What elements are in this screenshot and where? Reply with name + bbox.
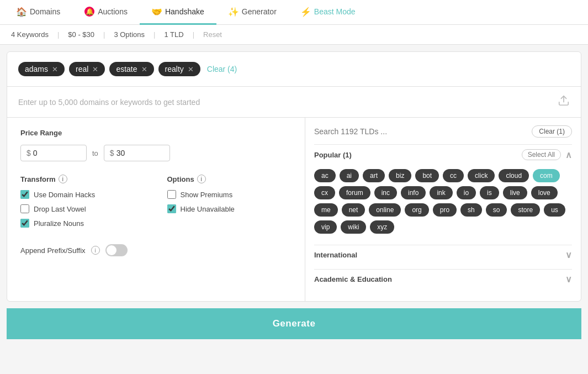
tld-academic-section: Academic & Education ∨ [314,269,572,289]
drop-last-vowel-checkbox[interactable] [20,204,29,213]
tld-chip-cloud[interactable]: cloud [499,169,529,182]
append-info-icon[interactable]: i [91,246,100,255]
toggle-slider [105,244,128,256]
keyword-label-estate: estate [116,65,137,73]
keyword-remove-real[interactable]: ✕ [92,65,98,73]
price-range-row: $ to $ [20,145,292,161]
tld-chip-love[interactable]: love [531,186,558,199]
options-col: Options i Show Premiums Hide Unavailable [167,175,292,233]
show-premiums-row: Show Premiums [167,190,292,199]
tld-chip-online[interactable]: online [369,203,401,217]
tld-chip-ink[interactable]: ink [430,186,452,199]
tab-auctions[interactable]: 🔔 Auctions [72,0,140,25]
currency-min: $ [27,149,31,157]
domain-input-area: Enter up to 5,000 domains or keywords to… [7,87,581,118]
tld-popular-header[interactable]: Popular (1) Select All ∧ [314,144,572,165]
show-premiums-label: Show Premiums [181,191,233,199]
options-info-icon[interactable]: i [197,175,206,183]
tld-chip-net[interactable]: net [342,203,365,217]
tld-chip-click[interactable]: click [468,169,495,182]
filter-tld: 1 TLD [164,30,183,39]
tld-chip-me[interactable]: me [314,203,338,217]
generate-area: Generate [7,308,581,339]
reset-button[interactable]: Reset [203,30,222,39]
hide-unavailable-checkbox[interactable] [167,204,176,213]
tld-chip-us[interactable]: us [544,203,565,217]
tld-search-row: Clear (1) [314,125,572,138]
tld-chip-org[interactable]: org [405,203,428,217]
use-domain-hacks-row: Use Domain Hacks [20,190,145,199]
transform-header: Transform i [20,175,145,183]
tld-chip-art[interactable]: art [363,169,385,182]
keyword-remove-adams[interactable]: ✕ [52,65,58,73]
tab-generator[interactable]: ✨ Generator [216,0,289,25]
tld-international-label: International [314,251,357,259]
tab-domains[interactable]: 🏠 Domains [4,0,72,25]
keyword-remove-estate[interactable]: ✕ [141,65,147,73]
transform-info-icon[interactable]: i [59,175,67,183]
drop-last-vowel-label: Drop Last Vowel [34,205,86,213]
append-label: Append Prefix/Suffix [20,246,86,255]
tld-chip-com[interactable]: com [533,169,560,182]
tld-chip-is[interactable]: is [480,186,499,199]
auctions-icon: 🔔 [84,7,94,17]
keywords-area: adams ✕ real ✕ estate ✕ realty ✕ Clear (… [7,52,581,87]
tld-chip-cx[interactable]: cx [314,186,335,199]
price-min-input[interactable] [33,149,72,157]
tab-beast-label: Beast Mode [314,7,356,16]
popular-actions: Select All ∧ [522,149,572,160]
tld-chip-live[interactable]: live [503,186,527,199]
pluralize-nouns-checkbox[interactable] [20,219,29,228]
show-premiums-checkbox[interactable] [167,190,176,199]
tld-chip-sh[interactable]: sh [460,203,482,217]
tld-chip-bot[interactable]: bot [415,169,439,182]
tld-chip-store[interactable]: store [511,203,540,217]
tld-chip-biz[interactable]: biz [389,169,411,182]
pluralize-nouns-row: Pluralize Nouns [20,219,145,228]
tld-chip-wiki[interactable]: wiki [341,220,366,234]
currency-max: $ [110,149,114,157]
filter-bar: 4 Keywords | $0 - $30 | 3 Options | 1 TL… [0,25,588,45]
tld-chip-vip[interactable]: vip [314,220,337,234]
tld-chip-io[interactable]: io [457,186,476,199]
pluralize-nouns-label: Pluralize Nouns [34,219,84,228]
tab-beast-mode[interactable]: ⚡ Beast Mode [289,0,368,25]
home-icon: 🏠 [17,7,27,17]
generate-button[interactable]: Generate [7,308,581,339]
tld-international-header[interactable]: International ∨ [314,245,572,265]
price-max-wrap: $ [104,145,170,161]
academic-collapse-icon[interactable]: ∨ [565,274,572,285]
price-min-wrap: $ [20,145,87,161]
tld-chip-cc[interactable]: cc [443,169,464,182]
tld-academic-header[interactable]: Academic & Education ∨ [314,269,572,289]
select-all-button[interactable]: Select All [522,149,561,160]
price-max-input[interactable] [116,149,155,157]
tld-chip-pro[interactable]: pro [433,203,457,217]
tld-chip-so[interactable]: so [486,203,507,217]
popular-collapse-icon[interactable]: ∧ [565,150,572,160]
tld-chip-inc[interactable]: inc [374,186,397,199]
tld-chips-popular: acaiartbizbotccclickcloudcomcxforumincin… [314,165,572,240]
tld-search-input[interactable] [314,127,532,136]
keyword-remove-realty[interactable]: ✕ [188,65,194,73]
tld-chip-xyz[interactable]: xyz [370,220,394,234]
tld-chip-ai[interactable]: ai [340,169,359,182]
tab-handshake-label: Handshake [165,7,204,16]
tld-chip-info[interactable]: info [401,186,426,199]
tld-chip-ac[interactable]: ac [314,169,336,182]
tld-clear-button[interactable]: Clear (1) [532,125,572,138]
international-collapse-icon[interactable]: ∨ [565,250,572,260]
append-toggle[interactable] [105,244,128,256]
tld-chip-forum[interactable]: forum [339,186,370,199]
main-content: adams ✕ real ✕ estate ✕ realty ✕ Clear (… [7,51,581,302]
clear-all-button[interactable]: Clear (4) [207,65,237,73]
keyword-tag-estate: estate ✕ [109,62,153,76]
domain-input-placeholder[interactable]: Enter up to 5,000 domains or keywords to… [18,98,200,107]
transform-col: Transform i Use Domain Hacks Drop Last V… [20,175,145,233]
generator-icon: ✨ [229,7,239,17]
upload-icon[interactable] [558,94,570,109]
use-domain-hacks-checkbox[interactable] [20,190,29,199]
tld-popular-section: Popular (1) Select All ∧ acaiartbizbotcc… [314,144,572,240]
tab-handshake[interactable]: 🤝 Handshake [140,0,216,25]
price-to: to [92,149,98,157]
